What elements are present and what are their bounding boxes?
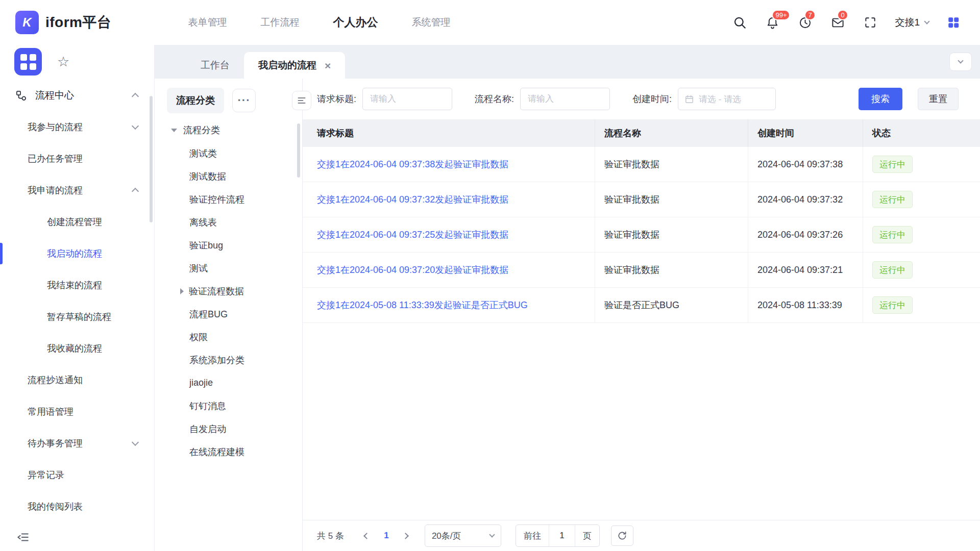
chevron-up-icon <box>132 188 139 195</box>
sidebar-item-draft-processes[interactable]: 暂存草稿的流程 <box>0 301 154 333</box>
column-header-process-name[interactable]: 流程名称 <box>595 119 748 147</box>
filter-date-range-input[interactable]: 请选 - 请选 <box>678 88 776 110</box>
nav-workflow[interactable]: 工作流程 <box>261 16 300 29</box>
tree-node-permissions[interactable]: 权限 <box>167 325 290 348</box>
tree-node-verify-control-process[interactable]: 验证控件流程 <box>167 188 290 211</box>
process-table: 请求标题 流程名称 创建时间 状态 交接1在2024-06-04 09:37:3… <box>303 119 980 520</box>
sidebar-item-exception-records[interactable]: 异常记录 <box>0 459 154 491</box>
table-row: 交接1在2024-06-04 09:37:25发起验证审批数据 验证审批数据 2… <box>303 217 980 253</box>
chevron-down-icon <box>132 122 139 130</box>
sidebar-item-my-circulation-list[interactable]: 我的传阅列表 <box>0 491 154 522</box>
tree-node-offline-form[interactable]: 离线表 <box>167 211 290 234</box>
filter-name-group: 流程名称: <box>475 88 610 110</box>
apps-grid-icon <box>947 16 960 29</box>
page-number-button[interactable]: 1 <box>377 526 396 545</box>
tree-node-verify-bug[interactable]: 验证bug <box>167 234 290 257</box>
workflow-center-icon <box>15 90 27 102</box>
reset-button[interactable]: 重置 <box>918 88 959 110</box>
tree-node-test[interactable]: 测试 <box>167 257 290 280</box>
status-badge: 运行中 <box>872 261 913 279</box>
tree-node-dingtalk-message[interactable]: 钉钉消息 <box>167 394 290 417</box>
apps-grid-button[interactable] <box>945 14 962 31</box>
logo-mark: K <box>22 15 31 30</box>
sidebar-item-my-finished-processes[interactable]: 我结束的流程 <box>0 269 154 301</box>
nav-form-management[interactable]: 表单管理 <box>188 16 227 29</box>
tab-my-started-processes[interactable]: 我启动的流程 × <box>244 52 345 79</box>
notification-bell-button[interactable]: 99+ <box>764 14 780 31</box>
tree-node-process-bug[interactable]: 流程BUG <box>167 303 290 325</box>
tree-panel-header: 流程分类 ··· <box>167 88 290 113</box>
brand: K iform平台 <box>15 11 112 34</box>
sidebar-item-label: 常用语管理 <box>28 406 74 418</box>
tree-scrollbar[interactable] <box>297 123 300 178</box>
category-tree: 流程分类 测试类 测试数据 验证控件流程 离线表 验证bug 测试 验证流程数据… <box>167 118 290 463</box>
mail-button[interactable]: 0 <box>829 14 846 31</box>
left-sidebar: ☆ 流程中心 我参与的流程 已办任务管理 我申请的流 <box>0 45 155 551</box>
tree-node-test-data[interactable]: 测试数据 <box>167 165 290 188</box>
goto-page-input[interactable] <box>549 525 575 546</box>
sidebar-scrollbar[interactable] <box>150 96 153 222</box>
tree-node-verify-process-data[interactable]: 验证流程数据 <box>167 280 290 303</box>
nav-system-management[interactable]: 系统管理 <box>412 16 451 29</box>
column-header-created-time[interactable]: 创建时间 <box>748 119 863 147</box>
next-page-button[interactable] <box>396 526 415 545</box>
page-size-select[interactable]: 20条/页 <box>425 524 501 547</box>
sidebar-item-todo-management[interactable]: 待办事务管理 <box>0 428 154 459</box>
process-title-link[interactable]: 交接1在2024-06-04 09:37:25发起验证审批数据 <box>317 229 508 241</box>
sidebar-item-label: 我的传阅列表 <box>28 500 83 513</box>
column-header-request-title[interactable]: 请求标题 <box>303 119 595 147</box>
tree-node-jiaojie[interactable]: jiaojie <box>167 371 290 394</box>
sidebar-item-my-participated[interactable]: 我参与的流程 <box>0 111 154 143</box>
quick-apps-button[interactable] <box>14 48 42 76</box>
pagination-total: 共 5 条 <box>317 530 344 542</box>
sidebar-item-label: 暂存草稿的流程 <box>47 311 111 323</box>
chevron-left-icon <box>364 533 371 539</box>
favorites-star-button[interactable]: ☆ <box>57 55 69 69</box>
sidebar-item-label: 我申请的流程 <box>28 184 83 196</box>
process-title-link[interactable]: 交接1在2024-06-04 09:37:20发起验证审批数据 <box>317 264 508 276</box>
search-button[interactable] <box>731 14 748 31</box>
tree-node-system-added-category[interactable]: 系统添加分类 <box>167 348 290 371</box>
caret-right-icon[interactable] <box>180 288 184 294</box>
tree-collapse-button[interactable] <box>292 91 311 110</box>
refresh-button[interactable] <box>611 525 633 546</box>
status-badge: 运行中 <box>872 296 913 314</box>
tree-more-button[interactable]: ··· <box>232 89 256 112</box>
tree-node-self-start[interactable]: 自发启动 <box>167 417 290 440</box>
tree-node-root[interactable]: 流程分类 <box>167 118 290 142</box>
tab-close-icon[interactable]: × <box>325 60 331 71</box>
reminder-badge: 7 <box>804 10 815 20</box>
caret-down-icon[interactable] <box>171 129 177 132</box>
sidebar-item-favorite-processes[interactable]: 我收藏的流程 <box>0 333 154 364</box>
column-header-status[interactable]: 状态 <box>863 119 980 147</box>
filter-title-input[interactable] <box>362 88 452 110</box>
search-submit-button[interactable]: 搜索 <box>859 88 902 110</box>
process-title-link[interactable]: 交接1在2024-05-08 11:33:39发起验证是否正式BUG <box>317 299 528 311</box>
sidebar-item-process-center[interactable]: 流程中心 <box>0 80 154 111</box>
search-icon <box>733 16 747 30</box>
fullscreen-button[interactable] <box>862 14 878 31</box>
user-menu[interactable]: 交接1 <box>895 16 929 29</box>
process-name-cell: 验证审批数据 <box>595 147 748 182</box>
reminder-clock-button[interactable]: 7 <box>797 14 813 31</box>
sidebar-item-my-started-processes[interactable]: 我启动的流程 <box>0 238 154 269</box>
sidebar-item-cc-notifications[interactable]: 流程抄送通知 <box>0 364 154 396</box>
prev-page-button[interactable] <box>357 526 377 545</box>
category-tree-panel: 流程分类 ··· 流程分类 测试类 测试数据 <box>155 79 303 551</box>
tree-node-test-class[interactable]: 测试类 <box>167 142 290 165</box>
nav-personal-office[interactable]: 个人办公 <box>333 15 378 30</box>
tab-list-dropdown-button[interactable] <box>949 53 972 71</box>
chevron-down-icon <box>489 532 495 537</box>
sidebar-collapse-button[interactable] <box>16 531 30 544</box>
tree-node-online-process-modeling[interactable]: 在线流程建模 <box>167 440 290 463</box>
sidebar-item-done-tasks[interactable]: 已办任务管理 <box>0 143 154 174</box>
sidebar-item-create-process-management[interactable]: 创建流程管理 <box>0 206 154 238</box>
sidebar-item-my-applied[interactable]: 我申请的流程 <box>0 174 154 206</box>
tab-workbench[interactable]: 工作台 <box>186 52 244 79</box>
process-title-link[interactable]: 交接1在2024-06-04 09:37:32发起验证审批数据 <box>317 193 508 206</box>
chevron-down-icon <box>958 58 963 63</box>
filter-name-input[interactable] <box>520 88 610 110</box>
process-name-cell: 验证审批数据 <box>595 182 748 217</box>
process-title-link[interactable]: 交接1在2024-06-04 09:37:38发起验证审批数据 <box>317 158 508 170</box>
sidebar-item-common-phrases[interactable]: 常用语管理 <box>0 396 154 428</box>
